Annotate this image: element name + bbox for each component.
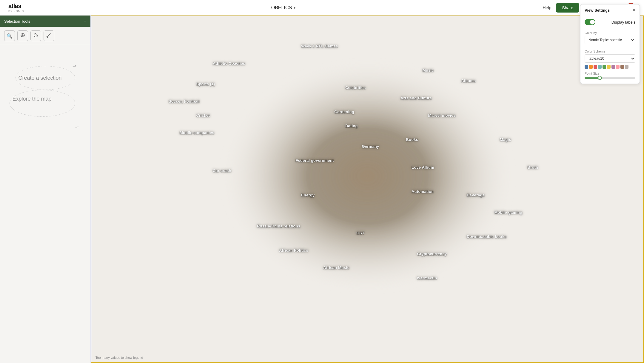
- minimize-button[interactable]: −: [84, 19, 86, 24]
- atlas-logo: atlas by NOMIC: [8, 3, 24, 13]
- logo-sub: by NOMIC: [8, 10, 24, 13]
- nav-title: OBELICS: [271, 5, 292, 10]
- lasso-icon: [33, 33, 38, 39]
- display-labels-toggle[interactable]: [585, 19, 595, 25]
- color-swatch: [625, 65, 628, 69]
- color-swatch: [611, 65, 615, 69]
- legend-text: Too many values to show legend: [95, 356, 143, 359]
- color-swatch: [616, 65, 620, 69]
- color-swatch: [607, 65, 611, 69]
- color-swatch: [589, 65, 593, 69]
- map-legend: Too many values to show legend: [95, 356, 143, 359]
- chevron-down-icon[interactable]: ▾: [294, 6, 295, 10]
- color-swatches: [585, 65, 635, 69]
- color-swatch: [598, 65, 602, 69]
- color-swatch: [603, 65, 606, 69]
- search-icon: 🔍: [7, 33, 13, 39]
- selection-hint-container: ↗ → Create a selection Explore the map: [10, 63, 81, 132]
- logo-text: atlas: [8, 3, 24, 10]
- brush-tool-button[interactable]: [44, 30, 54, 41]
- slider-thumb: [598, 76, 602, 80]
- point-size-section: Point Size: [580, 72, 640, 79]
- filter-icon: [20, 33, 25, 39]
- arrow-bottom-icon: →: [73, 123, 80, 131]
- explore-map-hint: Explore the map: [13, 96, 52, 102]
- color-swatch: [585, 65, 588, 69]
- point-size-slider[interactable]: [585, 77, 635, 79]
- map-canvas: [91, 16, 643, 362]
- color-scheme-select[interactable]: tableau10: [585, 54, 635, 63]
- share-button[interactable]: Share: [556, 3, 579, 13]
- display-labels-row: Display labels: [585, 19, 635, 25]
- map-area[interactable]: // Generate colorful dot cloud for map v…: [91, 16, 644, 363]
- color-swatch: [594, 65, 597, 69]
- color-scheme-section: Color Scheme tableau10: [580, 47, 640, 69]
- top-nav: atlas by NOMIC OBELICS ▾ Help Share Bran…: [0, 0, 644, 16]
- view-settings-close-button[interactable]: ×: [633, 7, 635, 13]
- arrow-top-icon: ↗: [71, 62, 78, 70]
- sidebar-content: ↗ → Create a selection Explore the map: [0, 45, 90, 150]
- sidebar-title: Selection Tools: [4, 19, 30, 24]
- view-settings-panel: View Settings × Display labels Color by …: [580, 4, 640, 84]
- help-button[interactable]: Help: [543, 5, 551, 10]
- point-size-label: Point Size: [585, 72, 635, 75]
- nav-center: OBELICS ▾: [271, 5, 295, 10]
- display-labels-section: Display labels: [580, 16, 640, 25]
- filter-tool-button[interactable]: [17, 30, 28, 41]
- nav-left: atlas by NOMIC: [8, 3, 24, 13]
- lasso-tool-button[interactable]: [30, 30, 41, 41]
- color-swatch: [620, 65, 624, 69]
- color-by-section: Color by Nomic Topic: specific: [580, 28, 640, 47]
- color-scheme-label: Color Scheme: [585, 50, 635, 53]
- view-settings-title: View Settings: [585, 8, 610, 13]
- sidebar: Selection Tools − 🔍: [0, 16, 91, 363]
- display-labels-label: Display labels: [611, 20, 635, 24]
- color-by-select[interactable]: Nomic Topic: specific: [585, 36, 635, 44]
- sidebar-header: Selection Tools −: [0, 16, 90, 27]
- create-selection-hint: Create a selection: [19, 75, 62, 81]
- sidebar-tools: 🔍: [0, 27, 90, 45]
- search-tool-button[interactable]: 🔍: [4, 30, 15, 41]
- brush-icon: [47, 33, 51, 39]
- view-settings-header: View Settings ×: [580, 4, 640, 16]
- oval-bottom-decoration: [10, 90, 75, 117]
- color-by-label: Color by: [585, 31, 635, 35]
